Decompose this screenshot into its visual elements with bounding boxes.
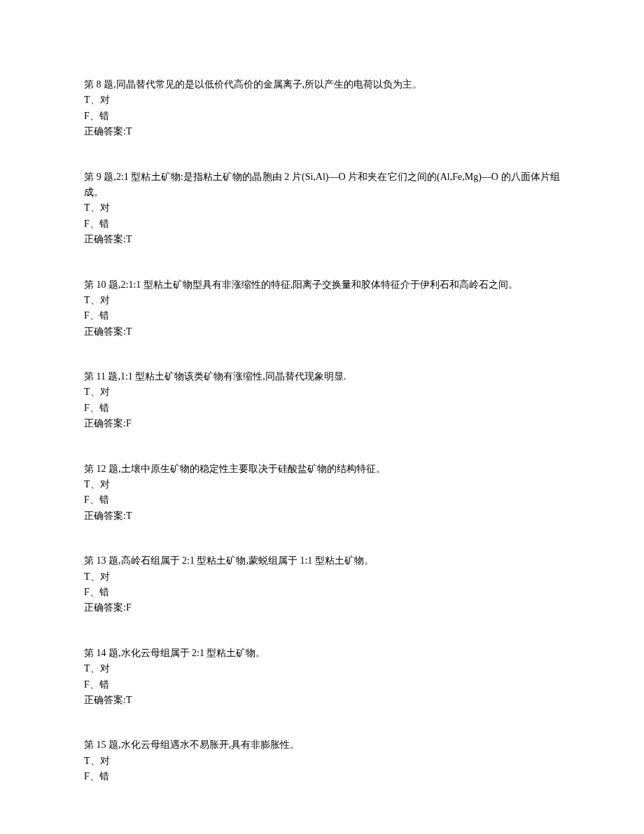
question-text: 第 13 题,高岭石组属于 2:1 型粘土矿物,蒙蜕组属于 1:1 型粘土矿物。 xyxy=(84,553,560,569)
answer: 正确答案:T xyxy=(84,693,560,708)
question-8: 第 8 题,同晶替代常见的是以低价代高价的金属离子,所以产生的电荷以负为主。 T… xyxy=(84,77,560,140)
question-14: 第 14 题,水化云母组属于 2:1 型粘土矿物。 T、对 F、错 正确答案:T xyxy=(84,646,560,709)
answer-label: 正确答案: xyxy=(84,234,126,244)
question-13: 第 13 题,高岭石组属于 2:1 型粘土矿物,蒙蜕组属于 1:1 型粘土矿物。… xyxy=(84,553,560,616)
question-11: 第 11 题,1:1 型粘土矿物该类矿物有涨缩性,同晶替代现象明显. T、对 F… xyxy=(84,369,560,432)
answer-value: F xyxy=(126,418,132,429)
answer: 正确答案:T xyxy=(84,324,560,340)
question-number: 第 8 题, xyxy=(84,79,116,90)
question-text: 第 10 题,2:1:1 型粘土矿物型具有非涨缩性的特征,阳离子交换量和胶体特征… xyxy=(84,277,560,293)
option-f: F、错 xyxy=(84,401,560,416)
answer-label: 正确答案: xyxy=(84,126,126,137)
option-t: T、对 xyxy=(84,569,560,585)
answer-label: 正确答案: xyxy=(84,510,126,521)
option-f: F、错 xyxy=(84,308,560,324)
question-number: 第 9 题, xyxy=(84,172,116,182)
question-body: 高岭石组属于 2:1 型粘土矿物,蒙蜕组属于 1:1 型粘土矿物。 xyxy=(121,555,374,566)
question-number: 第 10 题, xyxy=(84,279,121,290)
question-number: 第 14 题, xyxy=(84,648,121,658)
question-number: 第 11 题, xyxy=(84,371,120,382)
option-f: F、错 xyxy=(84,769,560,784)
question-body: 1:1 型粘土矿物该类矿物有涨缩性,同晶替代现象明显. xyxy=(120,371,346,382)
answer-value: T xyxy=(126,510,132,521)
answer: 正确答案:T xyxy=(84,508,560,524)
option-t: T、对 xyxy=(84,477,560,492)
question-text: 第 8 题,同晶替代常见的是以低价代高价的金属离子,所以产生的电荷以负为主。 xyxy=(84,77,560,92)
option-f: F、错 xyxy=(84,677,560,693)
answer-value: T xyxy=(126,126,132,137)
answer-label: 正确答案: xyxy=(84,602,126,613)
answer-value: F xyxy=(126,602,132,613)
question-text: 第 11 题,1:1 型粘土矿物该类矿物有涨缩性,同晶替代现象明显. xyxy=(84,369,560,384)
question-body: 水化云母组遇水不易胀开,具有非膨胀性。 xyxy=(121,739,300,750)
question-body: 2:1:1 型粘土矿物型具有非涨缩性的特征,阳离子交换量和胶体特征介于伊利石和高… xyxy=(121,279,519,290)
question-15: 第 15 题,水化云母组遇水不易胀开,具有非膨胀性。 T、对 F、错 xyxy=(84,737,560,784)
answer-value: T xyxy=(126,326,132,337)
question-9: 第 9 题,2:1 型粘土矿物:是指粘土矿物的晶胞由 2 片(Si,Al)—O … xyxy=(84,169,560,248)
answer: 正确答案:F xyxy=(84,416,560,431)
option-f: F、错 xyxy=(84,492,560,508)
question-10: 第 10 题,2:1:1 型粘土矿物型具有非涨缩性的特征,阳离子交换量和胶体特征… xyxy=(84,277,560,340)
option-t: T、对 xyxy=(84,92,560,108)
question-text: 第 9 题,2:1 型粘土矿物:是指粘土矿物的晶胞由 2 片(Si,Al)—O … xyxy=(84,169,560,201)
answer-value: T xyxy=(126,234,132,244)
answer-label: 正确答案: xyxy=(84,326,126,337)
question-body: 同晶替代常见的是以低价代高价的金属离子,所以产生的电荷以负为主。 xyxy=(116,79,423,90)
question-text: 第 14 题,水化云母组属于 2:1 型粘土矿物。 xyxy=(84,646,560,661)
option-t: T、对 xyxy=(84,200,560,216)
answer-label: 正确答案: xyxy=(84,418,126,429)
answer: 正确答案:F xyxy=(84,600,560,616)
option-f: F、错 xyxy=(84,109,560,124)
option-t: T、对 xyxy=(84,384,560,400)
question-12: 第 12 题,土壤中原生矿物的稳定性主要取决于硅酸盐矿物的结构特征。 T、对 F… xyxy=(84,461,560,524)
answer: 正确答案:T xyxy=(84,232,560,247)
question-number: 第 12 题, xyxy=(84,464,121,474)
question-text: 第 15 题,水化云母组遇水不易胀开,具有非膨胀性。 xyxy=(84,737,560,753)
answer-label: 正确答案: xyxy=(84,695,126,705)
option-t: T、对 xyxy=(84,661,560,676)
question-body: 2:1 型粘土矿物:是指粘土矿物的晶胞由 2 片(Si,Al)—O 片和夹在它们… xyxy=(84,172,560,197)
question-body: 土壤中原生矿物的稳定性主要取决于硅酸盐矿物的结构特征。 xyxy=(121,464,386,474)
question-body: 水化云母组属于 2:1 型粘土矿物。 xyxy=(121,648,266,658)
answer: 正确答案:T xyxy=(84,124,560,139)
question-text: 第 12 题,土壤中原生矿物的稳定性主要取决于硅酸盐矿物的结构特征。 xyxy=(84,461,560,477)
option-t: T、对 xyxy=(84,293,560,308)
option-f: F、错 xyxy=(84,216,560,232)
question-number: 第 15 题, xyxy=(84,739,121,750)
answer-value: T xyxy=(126,695,132,705)
option-t: T、对 xyxy=(84,753,560,769)
option-f: F、错 xyxy=(84,585,560,600)
question-number: 第 13 题, xyxy=(84,555,121,566)
